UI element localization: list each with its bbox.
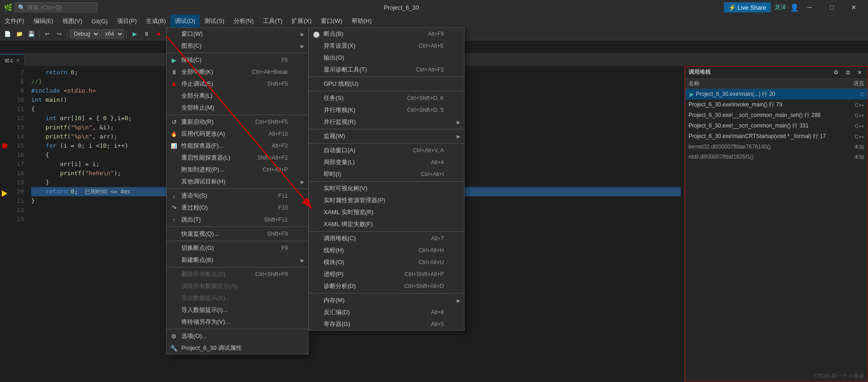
win-sub-livepropexplorer[interactable]: 实时属性资源管理器(P) [309, 194, 464, 206]
callstack-item-4[interactable]: Project_6_30.exe!mainCRTStartup(void * _… [685, 131, 868, 142]
win-sub-xamlpreview[interactable]: XAML 实时预览(R) [309, 206, 464, 218]
menu-project[interactable]: 项目(P) [112, 15, 141, 28]
debug-menu-sep1 [167, 53, 308, 53]
win-sub-output[interactable]: 输出(O) [309, 52, 464, 64]
debug-menu-breakall[interactable]: ⏸ 全部中断(K) Ctrl+Alt+Break [167, 66, 308, 78]
win-sub-parallelwatch[interactable]: 并行监视(R) [309, 116, 464, 128]
win-sub-memory[interactable]: 内存(M) [309, 294, 464, 306]
callstack-float[interactable]: ⧉ [843, 68, 852, 77]
menu-file[interactable]: 文件(F) [0, 15, 29, 28]
toolbar-redo[interactable]: ↪ [54, 29, 65, 39]
debug-menu-applycode[interactable]: 🔥 应用代码更改(A) Alt+F10 [167, 128, 308, 140]
menu-git[interactable]: Git(G) [87, 15, 112, 28]
debug-menu-import-datatips[interactable]: 导入数据提示(I)... [167, 304, 308, 316]
menu-tools[interactable]: 工具(T) [258, 15, 287, 28]
win-sub-locals[interactable]: 局部变量(L) Alt+4 [309, 156, 464, 168]
menu-debug[interactable]: 调试(D) [170, 15, 200, 28]
win-sub-modules[interactable]: 模块(O) Ctrl+Alt+U [309, 256, 464, 268]
live-share-button[interactable]: ⚡ Live Share [724, 2, 771, 12]
toolbar-save[interactable]: 💾 [26, 29, 37, 39]
quickwatch-icon [170, 230, 178, 238]
debug-menu-continue[interactable]: ▶ 继续(C) F5 [167, 54, 308, 66]
right-panel: 调用堆栈 ⚙ ⧉ ✕ 名称 语言 ➤ Project_6_30.exe!main… [684, 66, 868, 382]
debug-menu-new-bp[interactable]: 新建断点(B) [167, 254, 308, 266]
debug-menu-step-over[interactable]: ↷ 逐过程(O) F10 [167, 202, 308, 214]
menu-view[interactable]: 视图(V) [58, 15, 87, 28]
win-sub-diaganalysis[interactable]: 诊断分析(D) Ctrl+Shift+Alt+D [309, 280, 464, 292]
win-sub-processes[interactable]: 进程(P) Ctrl+Shift+Alt+P [309, 268, 464, 280]
debug-menu-properties[interactable]: 🔧 Project_6_30 调试属性 [167, 342, 308, 354]
menu-edit[interactable]: 编辑(E) [29, 15, 58, 28]
win-sub-parallelstacks[interactable]: 并行堆栈(K) Ctrl+Shift+D, S [309, 104, 464, 116]
debug-menu-quickwatch[interactable]: 快速监视(Q)... Shift+F9 [167, 228, 308, 240]
tab-close-st-c[interactable]: ✕ [16, 58, 20, 63]
maximize-button[interactable]: □ [821, 0, 842, 15]
debug-menu-graphics[interactable]: 图形(C) [167, 40, 308, 52]
debug-menu-restart-profiler[interactable]: 重启性能探查器(L) Shift+Alt+F2 [167, 152, 308, 164]
toolbar-sep1 [39, 30, 39, 38]
line-numbers: 7 8 9 10 11 12 13 14 15 16 17 18 19 20 2… [9, 66, 28, 382]
search-input[interactable] [27, 4, 82, 11]
toolbar-new[interactable]: 📄 [2, 29, 13, 39]
debug-menu-restart[interactable]: ↺ 重新启动(R) Ctrl+Shift+F5 [167, 116, 308, 128]
debug-menu-clear-datatips[interactable]: 清除所有数据提示(A) [167, 280, 308, 292]
win-sub-immediate[interactable]: 即时(I) Ctrl+Alt+I [309, 168, 464, 180]
callstack-settings[interactable]: ⚙ [831, 68, 840, 77]
titlebar-left: 🌿 🔍 [4, 2, 269, 12]
debug-menu-profiler[interactable]: 📊 性能探查器(F)... Alt+F2 [167, 140, 308, 152]
menu-analyze[interactable]: 分析(N) [229, 15, 258, 28]
menu-window[interactable]: 窗口(W) [316, 15, 347, 28]
debug-menu-other-targets[interactable]: 其他调试目标(H) [167, 176, 308, 188]
debug-menu-save-dump[interactable]: 将转储另存为(V)... [167, 316, 308, 328]
debug-menu-export-datatips[interactable]: 导出数据提示(X)... [167, 292, 308, 304]
debug-menu-step-out[interactable]: ↑ 跳出(T) Shift+F11 [167, 214, 308, 226]
debug-config-select[interactable]: Debug [70, 29, 100, 39]
callstack-item-6[interactable]: ntdll.dll!00007ffdaf1826f1() 未知 [685, 152, 868, 162]
win-sub-watch[interactable]: 监视(W) [309, 130, 464, 142]
debug-menu-toggle-bp[interactable]: 切换断点(G) F9 [167, 242, 308, 254]
options-icon: ⚙ [170, 332, 178, 340]
debug-menu-delete-all-bp[interactable]: 删除所有断点(D) Ctrl+Shift+F9 [167, 268, 308, 280]
menu-help[interactable]: 帮助(H) [347, 15, 376, 28]
search-box[interactable]: 🔍 [15, 2, 97, 12]
menu-test[interactable]: 测试(S) [200, 15, 229, 28]
toolbar-open[interactable]: 📁 [14, 29, 25, 39]
debug-menu-detach[interactable]: 全部分离(L) [167, 90, 308, 102]
tab-st-c[interactable]: st.c ✕ [0, 54, 25, 66]
win-sub-autos[interactable]: 自动窗口(A) Ctrl+Alt+V, A [309, 144, 464, 156]
callstack-item-1[interactable]: Project_6_30.exe!invoke_main() 行 79 C++ [685, 100, 868, 110]
win-sub-callstack[interactable]: 调用堆栈(C) Alt+7 [309, 233, 464, 244]
win-sub-gpu[interactable]: GPU 线程(U) [309, 78, 464, 90]
toolbar-pause[interactable]: ⏸ [141, 29, 152, 39]
debug-menu-attach[interactable]: 附加到进程(P)... Ctrl+Alt+P [167, 164, 308, 176]
toolbar-undo[interactable]: ↩ [42, 29, 53, 39]
debug-menu-step-into[interactable]: ↓ 逐语句(S) F11 [167, 190, 308, 202]
win-sub-exceptions[interactable]: 异常设置(X) Ctrl+Alt+E [309, 40, 464, 52]
menu-build[interactable]: 生成(B) [141, 15, 170, 28]
toolbar-stop[interactable]: ■ [153, 29, 164, 39]
callstack-item-2[interactable]: Project_6_30.exe!__scrt_common_main_seh(… [685, 110, 868, 121]
win-sub-tasks[interactable]: 任务(S) Ctrl+Shift+D, K [309, 92, 464, 104]
callstack-item-0[interactable]: ➤ Project_6_30.exe!main(...) 行 20 C [685, 89, 868, 100]
win-sub-threads[interactable]: 线程(H) Ctrl+Alt+H [309, 244, 464, 256]
callstack-item-5[interactable]: kernel32.dll!00007ffdae7676140() 未知 [685, 142, 868, 152]
close-button[interactable]: ✕ [843, 0, 864, 15]
debug-menu-terminate[interactable]: 全部终止(M) [167, 102, 308, 114]
diaganalysis-icon [313, 282, 320, 290]
win-sub-diagtools[interactable]: 显示诊断工具(T) Ctrl+Alt+F2 [309, 64, 464, 76]
debug-menu-options[interactable]: ⚙ 选项(O)... [167, 330, 308, 342]
debug-menu-stop[interactable]: ■ 停止调试(E) Shift+F5 [167, 78, 308, 90]
callstack-close[interactable]: ✕ [855, 68, 864, 77]
win-sub-registers[interactable]: 寄存器(G) Alt+5 [309, 318, 464, 330]
toolbar-start-debug[interactable]: ▶ [129, 29, 140, 39]
minimize-button[interactable]: ─ [799, 0, 820, 15]
win-sub-livevistree[interactable]: 实时可视化树(V) [309, 183, 464, 194]
win-sub-xamlbindingfail[interactable]: XAML 绑定失败(F) [309, 218, 464, 230]
win-sub-disassembly[interactable]: 反汇编(D) Alt+8 [309, 306, 464, 318]
callstack-item-3[interactable]: Project_6_30.exe!__scrt_common_main() 行 … [685, 121, 868, 131]
breakpoint-line15[interactable] [2, 143, 7, 149]
menu-extensions[interactable]: 扩展(X) [287, 15, 316, 28]
win-sub-breakpoints[interactable]: ⬤ 断点(B) Alt+F9 [309, 28, 464, 40]
debug-menu-window[interactable]: 窗口(W) [167, 28, 308, 40]
platform-select[interactable]: x64 [101, 29, 124, 39]
